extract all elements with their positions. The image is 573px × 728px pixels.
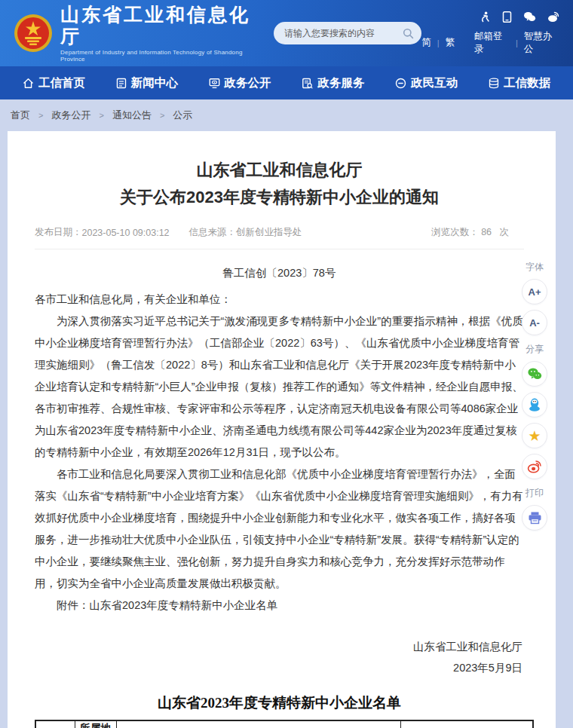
breadcrumb-home[interactable]: 首页 [11,109,30,122]
monitor-icon [209,78,220,89]
nav-item-disclosure[interactable]: 政务公开 [209,75,271,91]
news-icon [116,78,127,89]
mail-login-link[interactable]: 邮箱登录 [474,30,510,56]
page-title: 山东省工业和信息化厅 关于公布2023年度专精特新中小企业的通知 [35,157,524,211]
print-label: 打印 [513,487,556,500]
breadcrumb-separator: > [99,111,103,120]
share-label: 分享 [513,343,556,356]
attachment-line: 附件：山东省2023年度专精特新中小企业名单 [35,595,524,616]
nav-item-interaction[interactable]: 政民互动 [395,75,458,91]
home-icon [23,78,34,89]
signature-date: 2023年5月9日 [35,657,522,678]
font-size-label: 字体 [513,261,556,274]
printer-icon [528,511,542,525]
service-icon [302,78,313,89]
print-button[interactable] [522,505,547,531]
nav-item-data[interactable]: 工信数据 [489,75,550,91]
nav-label: 政民互动 [411,75,458,91]
doc-number: 鲁工信创〔2023〕78号 [35,262,524,284]
qq-share-button[interactable] [522,392,547,418]
paragraph-2: 各市工业和信息化局要深入贯彻工业和信息化部《优质中小企业梯度培育管理暂行办法》，… [35,463,524,595]
col-header-city: 所属地市 [75,720,116,728]
qzone-share-icon: ★ [528,429,541,443]
interaction-icon [395,78,406,89]
main-nav: 工信首页 新闻中心 政务公开 政务服务 [0,66,573,99]
site-header: 山东省工业和信息化厅 Department of Industry and In… [0,0,573,66]
nav-label: 工信数据 [504,75,550,91]
wechat-share-icon [527,367,542,381]
site-title: 山东省工业和信息化厅 [60,4,263,47]
source-label: 信息来源： [189,226,237,239]
breadcrumb-current: 公示 [173,109,192,122]
breadcrumb-separator: > [38,111,43,120]
nav-label: 政务公开 [225,75,271,91]
wechat-share-button[interactable] [522,361,547,387]
divider: | [437,38,440,47]
search-input[interactable] [284,28,403,38]
accessibility-icon[interactable] [480,11,491,23]
views-label: 浏览次数： [431,227,479,237]
wechat-icon[interactable] [523,11,536,23]
font-increase-label: A+ [529,286,541,298]
font-decrease-label: A- [529,317,540,329]
search-box[interactable] [274,22,421,44]
tool-rail: 字体 A+ A- 分享 ★ 打印 [513,253,556,536]
lang-traditional-link[interactable]: 繁 [446,36,455,49]
divider: | [516,38,518,47]
breadcrumb-notices[interactable]: 通知公告 [112,109,152,122]
signature-block: 山东省工业和信息化厅 2023年5月9日 [35,636,524,678]
lang-simplified-link[interactable]: 简 [421,36,431,49]
page-title-line1: 山东省工业和信息化厅 [35,157,524,184]
nav-label: 新闻中心 [131,75,178,91]
salutation: 各市工业和信息化局，有关企业和单位： [35,289,524,310]
nav-label: 政务服务 [317,75,364,91]
views-value: 86 [481,227,492,237]
nav-item-news[interactable]: 新闻中心 [116,75,178,91]
article-body: 鲁工信创〔2023〕78号 各市工业和信息化局，有关企业和单位： 为深入贯彻落实… [35,262,524,678]
paragraph-1: 为深入贯彻落实习近平总书记关于“激发涌现更多专精特新中小企业”的重要指示精神，根… [35,310,524,463]
publish-date-label: 发布日期： [35,226,82,239]
source-value: 创新创业指导处 [236,226,302,239]
nav-item-services[interactable]: 政务服务 [302,75,364,91]
nav-label: 工信首页 [38,75,85,91]
search-icon[interactable] [403,28,414,39]
breadcrumb-separator: > [160,111,164,120]
publish-date-value: 2023-05-10 09:03:12 [82,228,170,238]
qq-share-icon [528,397,541,412]
views-counter: 浏览次数： 86 次 [431,226,509,239]
weibo-share-button[interactable] [522,454,547,479]
article-card: 山东省工业和信息化厅 关于公布2023年度专精特新中小企业的通知 发布日期： 2… [8,131,556,728]
appendix-table-title: 山东省2023年度专精特新中小企业名单 [35,693,524,713]
views-unit: 次 [500,227,510,237]
weibo-icon[interactable] [547,11,559,23]
company-table: 序号 所属地市 企业名称 新申报/复核 112济南市济南佳易建材有限公司新申报1… [35,720,534,728]
data-icon [489,78,499,89]
divider [35,249,524,249]
font-decrease-button[interactable]: A- [522,310,547,335]
national-emblem-icon [14,14,53,53]
site-logo[interactable]: 山东省工业和信息化厅 Department of Industry and In… [14,4,263,63]
breadcrumb-disclosure[interactable]: 政务公开 [51,109,90,122]
col-header-company: 企业名称 [116,720,400,728]
article-meta: 发布日期： 2023-05-10 09:03:12 信息来源： 创新创业指导处 … [35,226,524,239]
col-header-index: 序号 [35,720,75,728]
page-title-line2: 关于公布2023年度专精特新中小企业的通知 [35,184,524,211]
signature-org: 山东省工业和信息化厅 [35,636,522,657]
table-header-row: 序号 所属地市 企业名称 新申报/复核 [35,720,533,728]
breadcrumb: 首页 > 政务公开 > 通知公告 > 公示 [0,99,573,131]
site-subtitle: Department of Industry and Information T… [60,49,263,63]
smart-office-link[interactable]: 智慧办公 [524,30,559,56]
mobile-icon[interactable] [502,11,512,23]
col-header-status: 新申报/复核 [400,720,533,728]
weibo-share-icon [527,460,542,473]
qzone-share-button[interactable]: ★ [522,423,547,448]
nav-item-home[interactable]: 工信首页 [23,75,85,91]
font-increase-button[interactable]: A+ [522,279,547,304]
